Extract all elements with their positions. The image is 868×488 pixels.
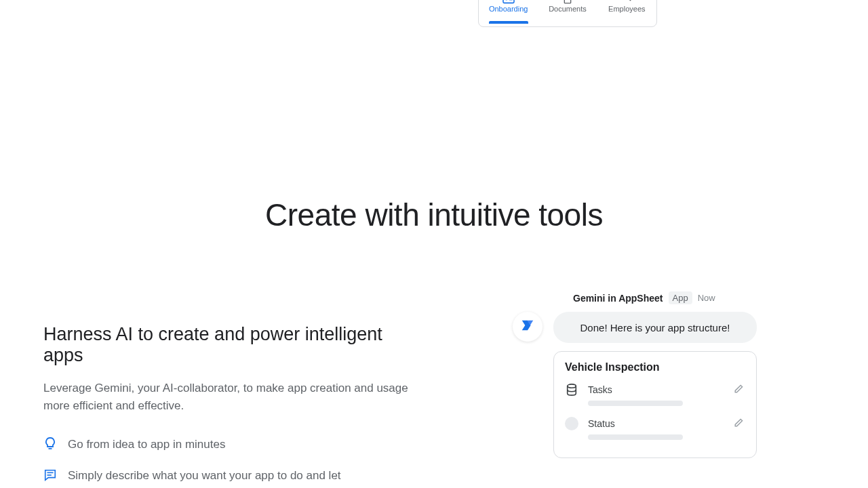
svg-rect-0 xyxy=(503,0,514,3)
skeleton-line xyxy=(588,401,683,406)
bullet-text: Simply describe what you want your app t… xyxy=(68,467,353,488)
tabs-card: Onboarding Documents Employees xyxy=(478,0,657,27)
feature-title: Harness AI to create and power intellige… xyxy=(43,324,423,366)
row-label: Status xyxy=(588,418,733,429)
chat-icon xyxy=(43,468,57,482)
gemini-title: Gemini in AppSheet xyxy=(573,293,663,304)
gemini-badge: App xyxy=(669,291,692,304)
id-card-icon xyxy=(502,0,515,3)
row-label: Tasks xyxy=(588,384,733,395)
checklist-icon xyxy=(620,0,633,3)
appsheet-logo-icon xyxy=(520,318,535,336)
app-structure-card: Vehicle Inspection Tasks Status xyxy=(553,351,757,458)
feature-bullets: Go from idea to app in minutes Simply de… xyxy=(43,436,423,488)
feature-section: Harness AI to create and power intellige… xyxy=(43,324,423,488)
document-icon xyxy=(561,0,574,3)
bullet-text: Go from idea to app in minutes xyxy=(68,436,225,453)
tab-documents[interactable]: Documents xyxy=(540,0,595,13)
edit-icon[interactable] xyxy=(733,418,745,430)
tab-label: Documents xyxy=(549,5,587,13)
card-row-status: Status xyxy=(565,417,745,430)
card-title: Vehicle Inspection xyxy=(565,361,745,373)
bullet-item: Go from idea to app in minutes xyxy=(43,436,423,453)
tab-employees[interactable]: Employees xyxy=(599,0,654,13)
gemini-message-text: Done! Here is your app structure! xyxy=(580,322,730,333)
gemini-timestamp: Now xyxy=(698,293,715,303)
feature-lead: Leverage Gemini, your AI-collaborator, t… xyxy=(43,380,423,415)
appsheet-avatar xyxy=(513,312,542,342)
database-icon xyxy=(565,383,578,396)
svg-point-11 xyxy=(568,384,576,388)
tab-label: Onboarding xyxy=(489,5,528,13)
tab-label: Employees xyxy=(608,5,645,13)
lightbulb-icon xyxy=(43,437,57,451)
edit-icon[interactable] xyxy=(733,384,745,396)
skeleton-line xyxy=(588,434,683,440)
tab-onboarding[interactable]: Onboarding xyxy=(481,0,536,13)
hero-heading: Create with intuitive tools xyxy=(0,197,868,233)
placeholder-icon xyxy=(565,417,578,430)
gemini-message-bubble: Done! Here is your app structure! xyxy=(553,312,757,343)
card-row-tasks: Tasks xyxy=(565,383,745,396)
gemini-header: Gemini in AppSheet App Now xyxy=(573,291,715,304)
bullet-item: Simply describe what you want your app t… xyxy=(43,467,423,488)
